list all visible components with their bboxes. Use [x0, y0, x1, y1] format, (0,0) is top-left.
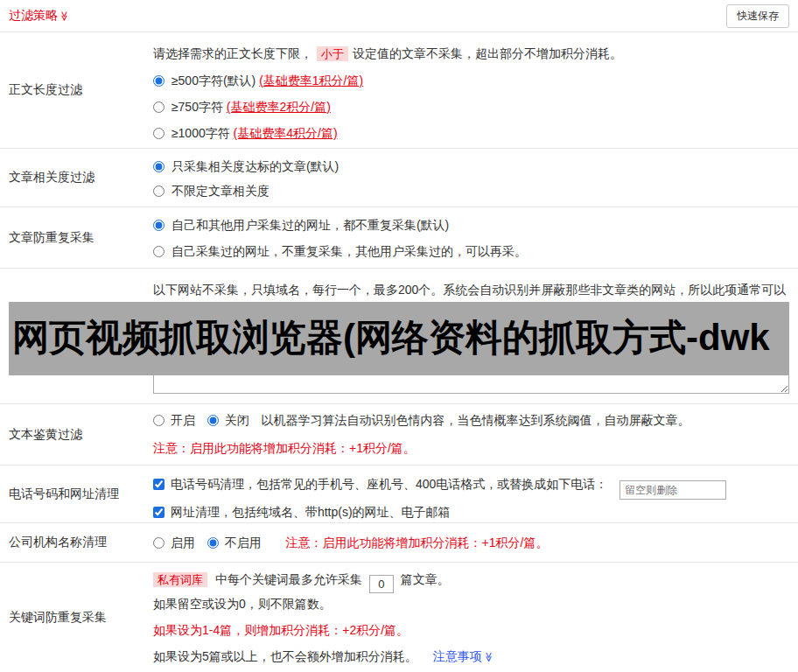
company-option-disable[interactable]: 不启用 — [207, 536, 265, 550]
company-clean-content: 启用 不启用 注意：启用此功能将增加积分消耗：+1积分/篇。 — [153, 523, 798, 562]
porn-filter-content: 开启 关闭 以机器学习算法自动识别色情内容，当色情概率达到系统阈值，自动屏蔽文章… — [153, 404, 798, 465]
company-option-enable[interactable]: 启用 — [153, 536, 199, 550]
length-option-1000-radio[interactable] — [153, 128, 164, 139]
relevance-option-strict[interactable]: 只采集相关度达标的文章(默认) — [153, 158, 789, 175]
dedup-option-all-users[interactable]: 自己和其他用户采集过的网址，都不重复采集(默认) — [153, 216, 789, 234]
filter-strategy-page: 过滤策略≫ 快速保存 正文长度过滤 请选择需求的正文长度下限，小于设定值的文章不… — [0, 0, 798, 672]
length-option-750-note: (基础费率2积分/篇) — [227, 100, 331, 114]
row-keyword-dedup: 关键词防重复采集 私有词库 中每个关键词最多允许采集 篇文章。 如果留空或设为0… — [0, 563, 798, 672]
watermark-banner: 网页视频抓取浏览器(网络资料的抓取方式-dwk — [9, 302, 789, 375]
length-option-1000-note: (基础费率4积分/篇) — [234, 126, 338, 140]
dedup-filter-content: 自己和其他用户采集过的网址，都不重复采集(默认) 自己采集过的网址，不重复采集，… — [153, 207, 798, 268]
phone-clean-option[interactable]: 电话号码清理，包括常见的手机号、座机号、400电话格式，或替换成如下电话： — [153, 477, 611, 491]
relevance-filter-content: 只采集相关度达标的文章(默认) 不限定文章相关度 — [153, 149, 798, 206]
dedup-option-self-only[interactable]: 自己采集过的网址，不重复采集，其他用户采集过的，可以再采。 — [153, 242, 789, 260]
keyword-limit-line: 私有词库 中每个关键词最多允许采集 篇文章。 — [153, 569, 789, 590]
page-header: 过滤策略≫ 快速保存 — [0, 0, 798, 32]
keyword-note-5plus: 如果设为5篇或以上，也不会额外增加积分消耗。 注意事项≫ — [153, 648, 789, 666]
company-clean-note: 注意：启用此功能将增加积分消耗：+1积分/篇。 — [286, 536, 549, 550]
length-filter-content: 请选择需求的正文长度下限，小于设定值的文章不采集，超出部分不增加积分消耗。 ≥5… — [153, 32, 798, 148]
phone-replacement-input[interactable] — [620, 480, 726, 500]
url-clean-checkbox[interactable] — [153, 507, 164, 518]
relevance-filter-label: 文章相关度过滤 — [0, 149, 153, 206]
porn-option-on[interactable]: 开启 — [153, 413, 199, 427]
notice-chevron-down-icon: ≫ — [480, 652, 497, 662]
relevance-option-any-radio[interactable] — [153, 186, 164, 197]
company-option-disable-radio[interactable] — [207, 537, 219, 549]
dedup-option-all-users-radio[interactable] — [153, 220, 164, 231]
porn-option-on-text: 开启 — [171, 413, 195, 427]
keyword-dedup-label: 关键词防重复采集 — [0, 563, 153, 672]
intro-highlight-badge: 小于 — [317, 46, 348, 61]
length-option-500-text: ≥500字符(默认) — [172, 74, 256, 88]
url-clean-option[interactable]: 网址清理，包括纯域名、带http(s)的网址、电子邮箱 — [153, 505, 451, 519]
quick-save-button[interactable]: 快速保存 — [726, 4, 789, 28]
relevance-option-any-text: 不限定文章相关度 — [172, 184, 270, 198]
porn-option-off-radio[interactable] — [207, 415, 219, 426]
keyword-note-5plus-text: 如果设为5篇或以上，也不会额外增加积分消耗。 — [153, 649, 417, 663]
keyword-note-zero: 如果留空或设为0，则不限篇数。 — [153, 595, 789, 612]
porn-option-off[interactable]: 关闭 — [207, 413, 253, 427]
relevance-option-strict-radio[interactable] — [153, 161, 164, 172]
porn-filter-description: 以机器学习算法自动识别色情内容，当色情概率达到系统阈值，自动屏蔽文章。 — [262, 413, 690, 427]
phone-clean-checkbox[interactable] — [153, 479, 164, 490]
url-clean-line: 网址清理，包括纯域名、带http(s)的网址、电子邮箱 — [153, 500, 789, 523]
keyword-note-1-4: 如果设为1-4篇，则增加积分消耗：+2积分/篇。 — [153, 621, 789, 639]
row-length-filter: 正文长度过滤 请选择需求的正文长度下限，小于设定值的文章不采集，超出部分不增加积… — [0, 32, 798, 149]
keyword-limit-input[interactable] — [369, 575, 394, 593]
row-phone-url-clean: 电话号码和网址清理 电话号码清理，包括常见的手机号、座机号、400电话格式，或替… — [0, 466, 798, 523]
porn-filter-label: 文本鉴黄过滤 — [0, 404, 153, 465]
porn-filter-note: 注意：启用此功能将增加积分消耗：+1积分/篇。 — [153, 439, 789, 457]
keyword-limit-end-text: 篇文章。 — [401, 572, 450, 586]
company-option-enable-radio[interactable] — [153, 537, 164, 549]
page-title[interactable]: 过滤策略≫ — [9, 8, 70, 24]
dedup-option-all-users-text: 自己和其他用户采集过的网址，都不重复采集(默认) — [172, 218, 449, 232]
porn-option-off-text: 关闭 — [225, 413, 249, 427]
length-option-500-note: (基础费率1积分/篇) — [259, 74, 363, 88]
keyword-dedup-content: 私有词库 中每个关键词最多允许采集 篇文章。 如果留空或设为0，则不限篇数。 如… — [153, 563, 798, 672]
dedup-option-self-only-text: 自己采集过的网址，不重复采集，其他用户采集过的，可以再采。 — [172, 244, 527, 258]
dedup-option-self-only-radio[interactable] — [153, 246, 164, 257]
length-option-1000[interactable]: ≥1000字符 (基础费率4积分/篇) — [153, 124, 789, 142]
notice-link[interactable]: 注意事项≫ — [433, 649, 494, 663]
company-clean-options: 启用 不启用 注意：启用此功能将增加积分消耗：+1积分/篇。 — [153, 534, 789, 551]
url-clean-text: 网址清理，包括纯域名、带http(s)的网址、电子邮箱 — [171, 505, 451, 519]
porn-filter-options: 开启 关闭 以机器学习算法自动识别色情内容，当色情概率达到系统阈值，自动屏蔽文章… — [153, 411, 789, 429]
length-option-750-text: ≥750字符 — [172, 100, 223, 114]
intro-pre-text: 请选择需求的正文长度下限， — [153, 46, 312, 60]
page-title-text: 过滤策略 — [9, 8, 58, 22]
company-clean-label: 公司机构名称清理 — [0, 523, 153, 562]
company-option-disable-text: 不启用 — [225, 536, 262, 550]
row-relevance-filter: 文章相关度过滤 只采集相关度达标的文章(默认) 不限定文章相关度 — [0, 149, 798, 207]
notice-link-text: 注意事项 — [433, 649, 482, 663]
porn-option-on-radio[interactable] — [153, 415, 164, 426]
keyword-limit-mid-text: 中每个关键词最多允许采集 — [215, 572, 362, 586]
length-filter-intro: 请选择需求的正文长度下限，小于设定值的文章不采集，超出部分不增加积分消耗。 — [153, 45, 789, 63]
relevance-option-any[interactable]: 不限定文章相关度 — [153, 182, 789, 200]
length-option-750[interactable]: ≥750字符 (基础费率2积分/篇) — [153, 98, 789, 116]
length-option-750-radio[interactable] — [153, 102, 164, 113]
phone-url-clean-label: 电话号码和网址清理 — [0, 466, 153, 522]
row-porn-filter: 文本鉴黄过滤 开启 关闭 以机器学习算法自动识别色情内容，当色情概率达到系统阈值… — [0, 404, 798, 466]
length-filter-label: 正文长度过滤 — [0, 32, 153, 148]
length-option-500-radio[interactable] — [153, 75, 164, 87]
intro-post-text: 设定值的文章不采集，超出部分不增加积分消耗。 — [353, 46, 622, 60]
relevance-option-strict-text: 只采集相关度达标的文章(默认) — [172, 159, 339, 173]
length-option-500[interactable]: ≥500字符(默认) (基础费率1积分/篇) — [153, 72, 789, 89]
length-option-1000-text: ≥1000字符 — [172, 126, 230, 140]
private-lexicon-badge: 私有词库 — [153, 572, 207, 587]
row-company-clean: 公司机构名称清理 启用 不启用 注意：启用此功能将增加积分消耗：+1积分/篇。 — [0, 523, 798, 563]
chevron-down-icon: ≫ — [59, 11, 70, 22]
dedup-filter-label: 文章防重复采集 — [0, 207, 153, 268]
row-dedup-filter: 文章防重复采集 自己和其他用户采集过的网址，都不重复采集(默认) 自己采集过的网… — [0, 207, 798, 269]
phone-clean-line: 电话号码清理，包括常见的手机号、座机号、400电话格式，或替换成如下电话： — [153, 472, 789, 495]
phone-url-clean-content: 电话号码清理，包括常见的手机号、座机号、400电话格式，或替换成如下电话： 网址… — [153, 466, 798, 522]
company-option-enable-text: 启用 — [171, 536, 195, 550]
phone-clean-text: 电话号码清理，包括常见的手机号、座机号、400电话格式，或替换成如下电话： — [171, 477, 607, 491]
